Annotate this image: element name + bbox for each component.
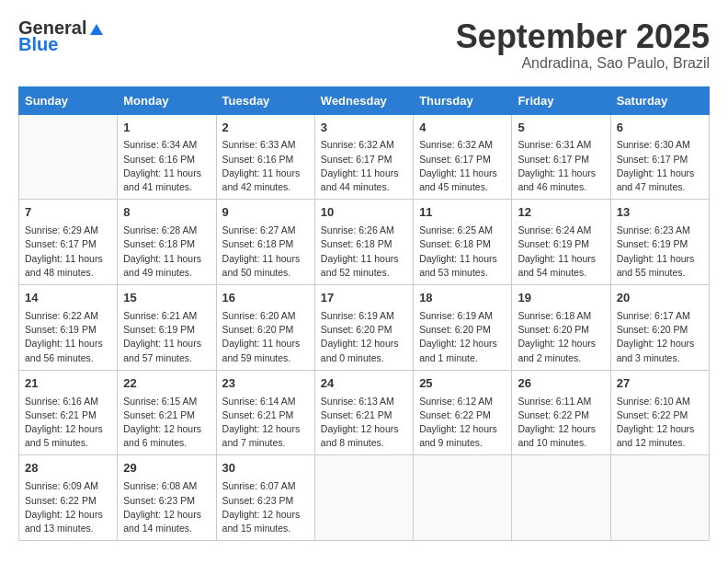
- sun-info: Sunrise: 6:24 AMSunset: 6:19 PMDaylight:…: [518, 224, 604, 280]
- location-subtitle: Andradina, Sao Paulo, Brazil: [456, 55, 710, 72]
- day-number: 14: [25, 290, 111, 307]
- calendar-cell: 4Sunrise: 6:32 AMSunset: 6:17 PMDaylight…: [414, 114, 512, 200]
- calendar-week-row: 28Sunrise: 6:09 AMSunset: 6:22 PMDayligh…: [19, 455, 710, 541]
- calendar-cell: 23Sunrise: 6:14 AMSunset: 6:21 PMDayligh…: [216, 370, 314, 455]
- sun-info: Sunrise: 6:19 AMSunset: 6:20 PMDaylight:…: [419, 309, 506, 365]
- calendar-cell: 13Sunrise: 6:23 AMSunset: 6:19 PMDayligh…: [610, 200, 709, 285]
- day-number: 7: [25, 204, 111, 222]
- calendar-cell: 10Sunrise: 6:26 AMSunset: 6:18 PMDayligh…: [314, 200, 413, 285]
- sun-info: Sunrise: 6:32 AMSunset: 6:17 PMDaylight:…: [321, 138, 407, 194]
- sun-info: Sunrise: 6:09 AMSunset: 6:22 PMDaylight:…: [25, 479, 111, 535]
- day-number: 30: [222, 460, 309, 477]
- sun-info: Sunrise: 6:13 AMSunset: 6:21 PMDaylight:…: [321, 395, 407, 451]
- calendar-cell: 6Sunrise: 6:30 AMSunset: 6:17 PMDaylight…: [610, 114, 709, 200]
- calendar-cell: 24Sunrise: 6:13 AMSunset: 6:21 PMDayligh…: [314, 370, 413, 455]
- day-number: 6: [617, 120, 703, 137]
- day-number: 18: [419, 290, 506, 307]
- day-number: 27: [617, 375, 703, 393]
- calendar-cell: 20Sunrise: 6:17 AMSunset: 6:20 PMDayligh…: [610, 285, 709, 371]
- calendar-cell: 14Sunrise: 6:22 AMSunset: 6:19 PMDayligh…: [19, 285, 118, 371]
- calendar-cell: 22Sunrise: 6:15 AMSunset: 6:21 PMDayligh…: [118, 370, 216, 455]
- day-number: 11: [419, 204, 506, 222]
- logo-blue-text: Blue: [18, 35, 58, 53]
- sun-info: Sunrise: 6:11 AMSunset: 6:22 PMDaylight:…: [518, 395, 604, 451]
- logo: General Blue: [18, 18, 105, 53]
- calendar-cell: 28Sunrise: 6:09 AMSunset: 6:22 PMDayligh…: [19, 455, 118, 541]
- calendar-cell: 29Sunrise: 6:08 AMSunset: 6:23 PMDayligh…: [118, 455, 216, 541]
- weekday-header: Thursday: [414, 86, 512, 114]
- calendar-cell: 7Sunrise: 6:29 AMSunset: 6:17 PMDaylight…: [19, 200, 118, 285]
- sun-info: Sunrise: 6:17 AMSunset: 6:20 PMDaylight:…: [617, 309, 703, 365]
- day-number: 10: [321, 204, 407, 222]
- calendar-cell: 5Sunrise: 6:31 AMSunset: 6:17 PMDaylight…: [512, 114, 610, 200]
- calendar-table: SundayMondayTuesdayWednesdayThursdayFrid…: [18, 86, 710, 542]
- sun-info: Sunrise: 6:07 AMSunset: 6:23 PMDaylight:…: [222, 479, 309, 535]
- calendar-cell: 30Sunrise: 6:07 AMSunset: 6:23 PMDayligh…: [216, 455, 314, 541]
- day-number: 20: [617, 290, 703, 307]
- day-number: 29: [123, 460, 210, 477]
- calendar-cell: 8Sunrise: 6:28 AMSunset: 6:18 PMDaylight…: [118, 200, 216, 285]
- sun-info: Sunrise: 6:21 AMSunset: 6:19 PMDaylight:…: [123, 309, 210, 365]
- sun-info: Sunrise: 6:34 AMSunset: 6:16 PMDaylight:…: [123, 138, 210, 194]
- day-number: 24: [321, 375, 407, 393]
- calendar-cell: 16Sunrise: 6:20 AMSunset: 6:20 PMDayligh…: [216, 285, 314, 371]
- page-header: General Blue September 2025 Andradina, S…: [18, 18, 710, 72]
- day-number: 23: [222, 375, 309, 393]
- sun-info: Sunrise: 6:22 AMSunset: 6:19 PMDaylight:…: [25, 309, 111, 365]
- sun-info: Sunrise: 6:31 AMSunset: 6:17 PMDaylight:…: [518, 138, 604, 194]
- day-number: 28: [25, 460, 111, 477]
- calendar-cell: 25Sunrise: 6:12 AMSunset: 6:22 PMDayligh…: [414, 370, 512, 455]
- sun-info: Sunrise: 6:15 AMSunset: 6:21 PMDaylight:…: [123, 395, 210, 451]
- sun-info: Sunrise: 6:27 AMSunset: 6:18 PMDaylight:…: [222, 224, 309, 280]
- weekday-header: Tuesday: [216, 86, 314, 114]
- sun-info: Sunrise: 6:18 AMSunset: 6:20 PMDaylight:…: [518, 309, 604, 365]
- day-number: 13: [617, 204, 703, 222]
- calendar-cell: 15Sunrise: 6:21 AMSunset: 6:19 PMDayligh…: [118, 285, 216, 371]
- weekday-header: Saturday: [610, 86, 709, 114]
- sun-info: Sunrise: 6:20 AMSunset: 6:20 PMDaylight:…: [222, 309, 309, 365]
- day-number: 26: [518, 375, 604, 393]
- day-number: 1: [123, 120, 210, 137]
- calendar-cell: [512, 455, 610, 541]
- calendar-cell: 27Sunrise: 6:10 AMSunset: 6:22 PMDayligh…: [610, 370, 709, 455]
- day-number: 16: [222, 290, 309, 307]
- day-number: 3: [321, 120, 407, 137]
- sun-info: Sunrise: 6:29 AMSunset: 6:17 PMDaylight:…: [25, 224, 111, 280]
- weekday-header: Monday: [118, 86, 216, 114]
- calendar-cell: 26Sunrise: 6:11 AMSunset: 6:22 PMDayligh…: [512, 370, 610, 455]
- calendar-cell: [414, 455, 512, 541]
- calendar-cell: 21Sunrise: 6:16 AMSunset: 6:21 PMDayligh…: [19, 370, 118, 455]
- sun-info: Sunrise: 6:16 AMSunset: 6:21 PMDaylight:…: [25, 395, 111, 451]
- day-number: 8: [123, 204, 210, 222]
- day-number: 25: [419, 375, 506, 393]
- title-block: September 2025 Andradina, Sao Paulo, Bra…: [456, 18, 710, 72]
- day-number: 21: [25, 375, 111, 393]
- sun-info: Sunrise: 6:30 AMSunset: 6:17 PMDaylight:…: [617, 138, 703, 194]
- calendar-week-row: 21Sunrise: 6:16 AMSunset: 6:21 PMDayligh…: [19, 370, 710, 455]
- calendar-cell: [610, 455, 709, 541]
- sun-info: Sunrise: 6:25 AMSunset: 6:18 PMDaylight:…: [419, 224, 506, 280]
- day-number: 12: [518, 204, 604, 222]
- sun-info: Sunrise: 6:10 AMSunset: 6:22 PMDaylight:…: [617, 395, 703, 451]
- day-number: 15: [123, 290, 210, 307]
- calendar-week-row: 14Sunrise: 6:22 AMSunset: 6:19 PMDayligh…: [19, 285, 710, 371]
- calendar-header-row: SundayMondayTuesdayWednesdayThursdayFrid…: [19, 86, 710, 114]
- sun-info: Sunrise: 6:28 AMSunset: 6:18 PMDaylight:…: [123, 224, 210, 280]
- calendar-cell: 12Sunrise: 6:24 AMSunset: 6:19 PMDayligh…: [512, 200, 610, 285]
- calendar-cell: 9Sunrise: 6:27 AMSunset: 6:18 PMDaylight…: [216, 200, 314, 285]
- calendar-cell: [314, 455, 413, 541]
- sun-info: Sunrise: 6:23 AMSunset: 6:19 PMDaylight:…: [617, 224, 703, 280]
- calendar-cell: [19, 114, 118, 200]
- calendar-cell: 17Sunrise: 6:19 AMSunset: 6:20 PMDayligh…: [314, 285, 413, 371]
- day-number: 2: [222, 120, 309, 137]
- calendar-week-row: 7Sunrise: 6:29 AMSunset: 6:17 PMDaylight…: [19, 200, 710, 285]
- weekday-header: Friday: [512, 86, 610, 114]
- sun-info: Sunrise: 6:26 AMSunset: 6:18 PMDaylight:…: [321, 224, 407, 280]
- sun-info: Sunrise: 6:19 AMSunset: 6:20 PMDaylight:…: [321, 309, 407, 365]
- svg-marker-0: [90, 24, 103, 35]
- day-number: 4: [419, 120, 506, 137]
- weekday-header: Sunday: [19, 86, 118, 114]
- sun-info: Sunrise: 6:14 AMSunset: 6:21 PMDaylight:…: [222, 395, 309, 451]
- calendar-cell: 2Sunrise: 6:33 AMSunset: 6:16 PMDaylight…: [216, 114, 314, 200]
- month-title: September 2025: [456, 18, 710, 55]
